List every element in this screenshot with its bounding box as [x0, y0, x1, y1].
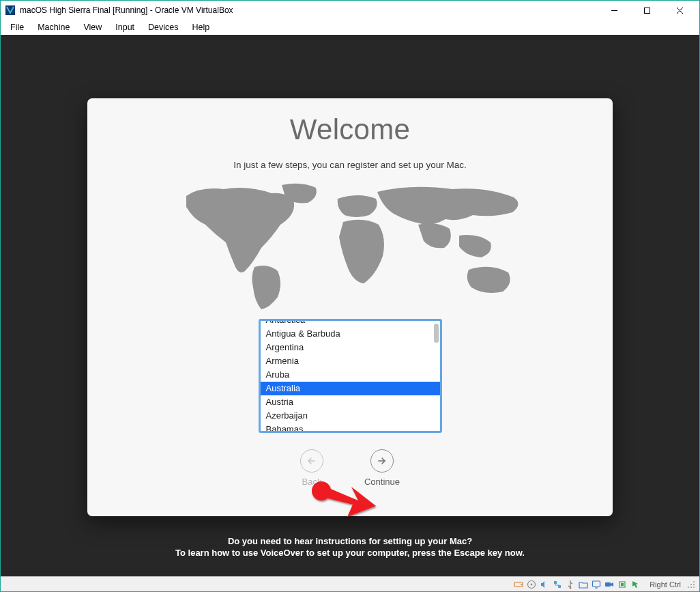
scrollbar-thumb[interactable]	[434, 324, 439, 343]
country-item[interactable]: Bahamas	[261, 423, 440, 433]
usb-icon[interactable]	[565, 579, 576, 590]
country-item[interactable]: Antigua & Barbuda	[261, 327, 440, 341]
host-key-indicator: Right Ctrl	[647, 580, 684, 589]
svg-point-23	[693, 584, 695, 585]
menu-view[interactable]: View	[78, 21, 107, 33]
setup-assistant-window: Welcome In just a few steps, you can reg…	[87, 98, 613, 516]
country-listbox[interactable]: AntarcticaAntigua & BarbudaArgentinaArme…	[259, 319, 442, 433]
continue-button[interactable]: Continue	[364, 449, 400, 487]
cpu-icon[interactable]	[617, 579, 628, 590]
svg-point-10	[521, 584, 522, 585]
close-button[interactable]	[669, 3, 690, 17]
statusbar: Right Ctrl	[1, 576, 699, 591]
menu-file[interactable]: File	[5, 21, 29, 33]
world-map-image	[159, 180, 541, 313]
recording-icon[interactable]	[604, 579, 615, 590]
svg-point-12	[531, 583, 533, 585]
maximize-button[interactable]	[637, 3, 657, 17]
svg-rect-16	[593, 581, 600, 587]
minimize-button[interactable]	[604, 3, 624, 17]
instructions-line2: To learn how to use VoiceOver to set up …	[1, 547, 699, 559]
optical-disc-icon[interactable]	[526, 579, 537, 590]
svg-rect-20	[621, 583, 624, 586]
svg-point-22	[690, 584, 692, 585]
display-icon[interactable]	[591, 579, 602, 590]
voiceover-instructions: Do you need to hear instructions for set…	[1, 535, 699, 559]
mouse-integration-icon[interactable]	[630, 579, 641, 590]
network-icon[interactable]	[552, 579, 563, 590]
menu-devices[interactable]: Devices	[143, 21, 184, 33]
back-button[interactable]: Back	[300, 449, 323, 487]
titlebar: macOS High Sierra Final [Running] - Orac…	[1, 1, 699, 20]
hard-disk-icon[interactable]	[513, 579, 524, 590]
vm-display[interactable]: Welcome In just a few steps, you can reg…	[1, 35, 699, 576]
back-label: Back	[302, 477, 322, 487]
svg-rect-18	[605, 582, 611, 587]
setup-subtitle: In just a few steps, you can register an…	[233, 160, 466, 170]
menu-input[interactable]: Input	[110, 21, 140, 33]
instructions-line1: Do you need to hear instructions for set…	[1, 535, 699, 548]
resize-grip-icon[interactable]	[687, 580, 695, 589]
country-item[interactable]: Argentina	[261, 341, 440, 354]
svg-point-24	[688, 587, 689, 588]
menubar: File Machine View Input Devices Help	[1, 20, 699, 35]
setup-title: Welcome	[290, 113, 410, 146]
svg-point-15	[570, 587, 572, 589]
continue-label: Continue	[364, 477, 400, 487]
svg-point-25	[690, 587, 692, 588]
country-item[interactable]: Aruba	[261, 368, 440, 382]
svg-rect-2	[644, 8, 650, 13]
audio-icon[interactable]	[539, 579, 550, 590]
menu-help[interactable]: Help	[187, 21, 216, 33]
shared-folder-icon[interactable]	[578, 579, 589, 590]
menu-machine[interactable]: Machine	[32, 21, 75, 33]
svg-point-21	[693, 581, 695, 582]
country-item[interactable]: Austria	[261, 395, 440, 409]
svg-rect-13	[554, 581, 557, 584]
country-item[interactable]: Australia	[261, 382, 440, 395]
window-title: macOS High Sierra Final [Running] - Orac…	[20, 5, 604, 15]
virtualbox-icon	[5, 5, 16, 16]
svg-point-26	[693, 587, 695, 588]
country-item[interactable]: Azerbaijan	[261, 409, 440, 423]
country-item[interactable]: Armenia	[261, 354, 440, 368]
country-item[interactable]: Antarctica	[261, 319, 440, 327]
window-controls	[604, 3, 695, 17]
